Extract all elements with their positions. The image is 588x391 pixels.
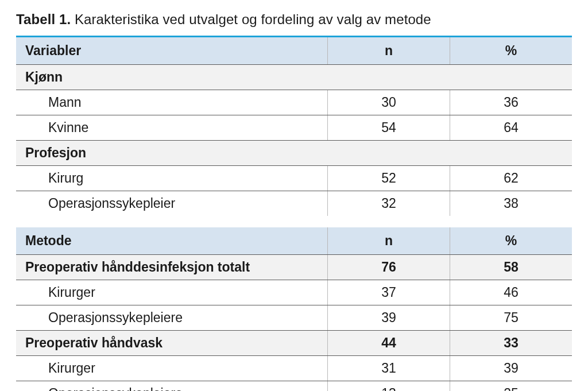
table-variabler: Variabler n % Kjønn Mann 30 36 Kvinne 54… <box>16 36 572 216</box>
cell-label: Kirurger <box>16 280 328 305</box>
header-n: n <box>328 227 450 255</box>
table-row: Kirurger 31 39 <box>16 356 572 381</box>
table-row: Operasjonssykepleiere 13 25 <box>16 381 572 392</box>
group-pct: 33 <box>450 331 572 356</box>
cell-n: 13 <box>328 381 450 392</box>
cell-label: Kirurg <box>16 166 328 191</box>
page: Tabell 1. Karakteristika ved utvalget og… <box>0 0 588 391</box>
group-row: Preoperativ håndvask 44 33 <box>16 331 572 356</box>
section-title: Profesjon <box>16 141 572 166</box>
group-title: Preoperativ håndvask <box>16 331 328 356</box>
cell-n: 39 <box>328 305 450 331</box>
table-row: Mann 30 36 <box>16 90 572 115</box>
header-pct: % <box>450 227 572 255</box>
header-metode: Metode <box>16 227 328 255</box>
header-pct: % <box>450 37 572 65</box>
caption-text: Karakteristika ved utvalget og fordeling… <box>75 11 431 27</box>
group-row: Preoperativ hånddesinfeksjon totalt 76 5… <box>16 255 572 280</box>
cell-label: Operasjonssykepleiere <box>16 305 328 331</box>
cell-pct: 39 <box>450 356 572 381</box>
table-row: Kirurger 37 46 <box>16 280 572 305</box>
table-gap <box>16 216 572 227</box>
table-head: Variabler n % <box>16 37 572 65</box>
cell-n: 54 <box>328 115 450 141</box>
section-row: Profesjon <box>16 141 572 166</box>
cell-pct: 75 <box>450 305 572 331</box>
cell-n: 52 <box>328 166 450 191</box>
group-n: 76 <box>328 255 450 280</box>
cell-label: Mann <box>16 90 328 115</box>
group-pct: 58 <box>450 255 572 280</box>
header-n: n <box>328 37 450 65</box>
table-caption: Tabell 1. Karakteristika ved utvalget og… <box>16 11 572 28</box>
cell-pct: 64 <box>450 115 572 141</box>
caption-label: Tabell 1. <box>16 11 71 27</box>
table-head: Metode n % <box>16 227 572 255</box>
cell-label: Kvinne <box>16 115 328 141</box>
cell-label: Operasjonssykepleiere <box>16 381 328 392</box>
group-title: Preoperativ hånddesinfeksjon totalt <box>16 255 328 280</box>
group-n: 44 <box>328 331 450 356</box>
cell-pct: 46 <box>450 280 572 305</box>
cell-n: 37 <box>328 280 450 305</box>
table-row: Kvinne 54 64 <box>16 115 572 141</box>
section-row: Kjønn <box>16 65 572 90</box>
cell-pct: 38 <box>450 191 572 216</box>
cell-pct: 36 <box>450 90 572 115</box>
section-title: Kjønn <box>16 65 572 90</box>
cell-pct: 25 <box>450 381 572 392</box>
cell-label: Operasjonssykepleier <box>16 191 328 216</box>
cell-pct: 62 <box>450 166 572 191</box>
cell-label: Kirurger <box>16 356 328 381</box>
cell-n: 31 <box>328 356 450 381</box>
cell-n: 30 <box>328 90 450 115</box>
header-variabler: Variabler <box>16 37 328 65</box>
table-row: Operasjonssykepleiere 39 75 <box>16 305 572 331</box>
table-row: Kirurg 52 62 <box>16 166 572 191</box>
cell-n: 32 <box>328 191 450 216</box>
table-metode: Metode n % Preoperativ hånddesinfeksjon … <box>16 227 572 391</box>
table-row: Operasjonssykepleier 32 38 <box>16 191 572 216</box>
